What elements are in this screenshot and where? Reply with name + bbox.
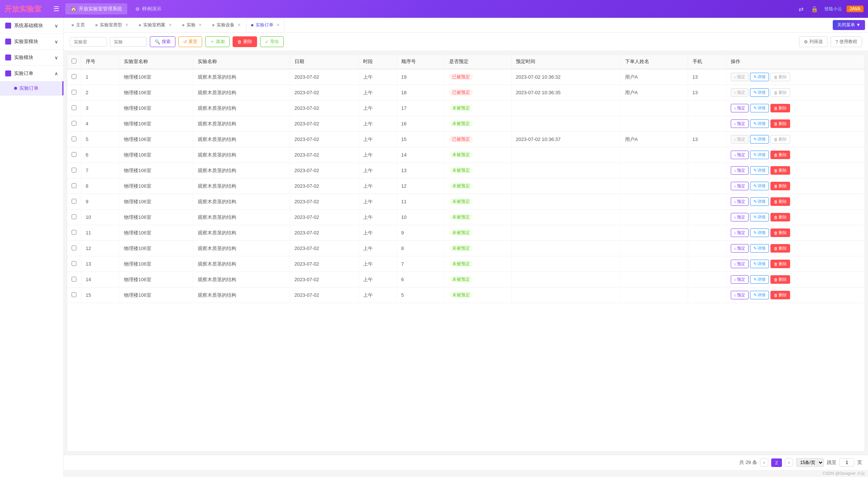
batch-delete-button[interactable]: 🗑 删除 [233, 36, 257, 47]
row-checkbox[interactable] [72, 214, 76, 219]
per-page-select[interactable]: 15条/页 20条/页 50条/页 [796, 458, 824, 467]
delete-button[interactable]: 🗑 删除 [770, 260, 790, 268]
tab-order[interactable]: 实验订单 ✕ [246, 19, 285, 32]
row-checkbox[interactable] [72, 168, 76, 172]
row-checkbox[interactable] [72, 261, 76, 266]
row-checkbox[interactable] [72, 121, 76, 126]
nav-tab-demo[interactable]: ⚙ 样例演示 [130, 3, 167, 14]
tab-home[interactable]: 主页 [67, 19, 90, 32]
hamburger-button[interactable]: ☰ [50, 3, 62, 14]
detail-button[interactable]: ✎ 详情 [750, 119, 769, 128]
filter-button[interactable]: ⚙ 列筛选 [799, 36, 828, 47]
reset-button[interactable]: ↺ 重置 [178, 36, 202, 47]
close-menu-button[interactable]: 关闭菜单 ▼ [833, 20, 865, 30]
detail-button[interactable]: ✎ 详情 [750, 135, 769, 144]
book-button[interactable]: ○ 预定 [731, 119, 749, 128]
delete-button[interactable]: 🗑 删除 [770, 244, 790, 253]
detail-button[interactable]: ✎ 详情 [750, 213, 769, 221]
book-button[interactable]: ○ 预定 [731, 182, 749, 190]
row-checkbox[interactable] [72, 230, 76, 235]
exp-search-input[interactable] [110, 37, 147, 47]
lock-icon[interactable]: 🔒 [809, 4, 820, 14]
delete-button[interactable]: 🗑 删除 [770, 228, 790, 237]
row-checkbox[interactable] [72, 105, 76, 110]
next-page-button[interactable]: › [785, 458, 793, 467]
row-checkbox[interactable] [72, 277, 76, 282]
book-button[interactable]: ○ 预定 [731, 291, 749, 299]
detail-button[interactable]: ✎ 详情 [750, 197, 769, 206]
detail-button[interactable]: ✎ 详情 [750, 182, 769, 190]
prev-page-button[interactable]: ‹ [760, 458, 768, 467]
row-checkbox[interactable] [72, 199, 76, 204]
detail-button[interactable]: ✎ 详情 [750, 244, 769, 253]
detail-button[interactable]: ✎ 详情 [750, 166, 769, 175]
sidebar-group-basic-header[interactable]: 系统基础模块 ∨ [0, 18, 63, 33]
tab-close-order[interactable]: ✕ [276, 23, 280, 27]
tab-lab-type[interactable]: 实验室类型 ✕ [91, 19, 133, 32]
delete-button[interactable]: 🗑 删除 [770, 73, 790, 81]
sidebar-group-experiment-header[interactable]: 实验模块 ∨ [0, 50, 63, 65]
delete-button[interactable]: 🗑 删除 [770, 213, 790, 221]
detail-button[interactable]: ✎ 详情 [750, 228, 769, 237]
detail-button[interactable]: ✎ 详情 [750, 73, 769, 81]
book-button[interactable]: ○ 预定 [731, 260, 749, 268]
tab-equipment[interactable]: 实验设备 ✕ [207, 19, 246, 32]
add-button[interactable]: ＋ 添加 [205, 36, 230, 47]
tab-experiment[interactable]: 实验 ✕ [177, 19, 207, 32]
sidebar-group-lab-header[interactable]: 实验室模块 ∨ [0, 34, 63, 49]
delete-button[interactable]: 🗑 删除 [770, 275, 790, 284]
delete-button[interactable]: 🗑 删除 [770, 151, 790, 159]
row-checkbox[interactable] [72, 183, 76, 188]
search-button[interactable]: 🔍 搜索 [150, 36, 175, 47]
book-button[interactable]: ○ 预定 [731, 166, 749, 175]
row-checkbox[interactable] [72, 90, 76, 95]
tab-close-equipment[interactable]: ✕ [237, 23, 241, 27]
book-button[interactable]: ○ 预定 [731, 197, 749, 206]
row-checkbox[interactable] [72, 136, 76, 141]
tab-close-lab-type[interactable]: ✕ [125, 23, 128, 27]
row-checkbox[interactable] [72, 152, 76, 157]
detail-button[interactable]: ✎ 详情 [750, 291, 769, 299]
header-order: 顺序号 [397, 55, 444, 69]
row-checkbox[interactable] [72, 246, 76, 250]
user-label[interactable]: 登陆小云 [824, 6, 842, 12]
delete-button[interactable]: 🗑 删除 [770, 291, 790, 299]
sidebar-group-order-header[interactable]: 实验订单 ∧ [0, 66, 63, 81]
book-button[interactable]: ○ 预定 [731, 88, 749, 97]
delete-button[interactable]: 🗑 删除 [770, 197, 790, 206]
delete-button[interactable]: 🗑 删除 [770, 182, 790, 190]
delete-button[interactable]: 🗑 删除 [770, 166, 790, 175]
book-button[interactable]: ○ 预定 [731, 213, 749, 221]
tab-close-lab-file[interactable]: ✕ [168, 23, 172, 27]
delete-button[interactable]: 🗑 删除 [770, 88, 790, 97]
book-button[interactable]: ○ 预定 [731, 135, 749, 144]
nav-tab-main-system[interactable]: 🏠 开放实验室管理系统 [65, 3, 127, 14]
detail-button[interactable]: ✎ 详情 [750, 88, 769, 97]
row-checkbox[interactable] [72, 292, 76, 297]
page-jump-input[interactable] [839, 458, 854, 467]
tab-lab-file[interactable]: 实验室档案 ✕ [134, 19, 177, 32]
detail-button[interactable]: ✎ 详情 [750, 151, 769, 159]
book-button[interactable]: ○ 预定 [731, 228, 749, 237]
detail-button[interactable]: ✎ 详情 [750, 260, 769, 268]
detail-button[interactable]: ✎ 详情 [750, 104, 769, 112]
detail-button[interactable]: ✎ 详情 [750, 275, 769, 284]
select-all-checkbox[interactable] [72, 59, 76, 63]
sidebar-item-experiment-order[interactable]: 实验订单 [0, 81, 63, 95]
book-button[interactable]: ○ 预定 [731, 73, 749, 81]
book-button[interactable]: ○ 预定 [731, 151, 749, 159]
delete-button[interactable]: 🗑 删除 [770, 119, 790, 128]
cell-id: 12 [81, 241, 119, 256]
delete-button[interactable]: 🗑 删除 [770, 104, 790, 112]
export-button[interactable]: ✓ 导出 [260, 36, 284, 47]
book-button[interactable]: ○ 预定 [731, 104, 749, 112]
tutorial-button[interactable]: ? 使用教程 [831, 36, 862, 47]
lab-search-input[interactable] [70, 37, 107, 47]
row-checkbox[interactable] [72, 74, 76, 79]
delete-button[interactable]: 🗑 删除 [770, 135, 790, 144]
book-button[interactable]: ○ 预定 [731, 244, 749, 253]
book-button[interactable]: ○ 预定 [731, 275, 749, 284]
tab-close-experiment[interactable]: ✕ [198, 23, 202, 27]
share-icon[interactable]: ⇄ [797, 4, 805, 14]
cell-lab-name: 物理楼106室 [119, 272, 193, 287]
